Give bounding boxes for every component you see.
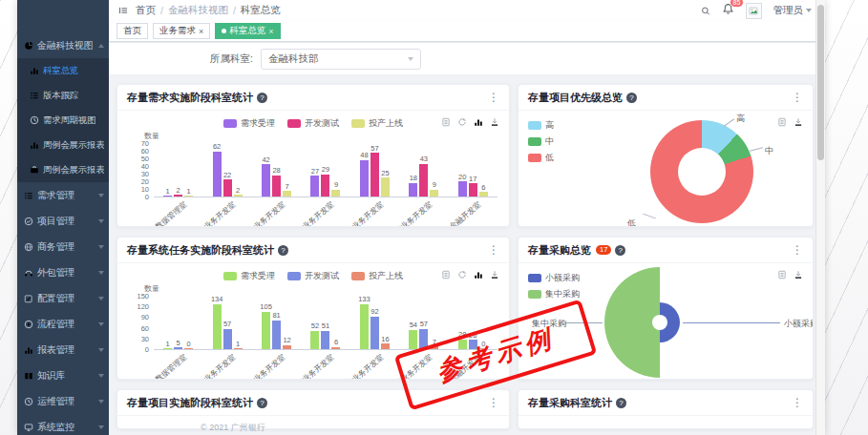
sidebar-subitem-周例会展示报表-项目[interactable]: 周例会展示报表-项目 <box>17 133 109 157</box>
scrollbar[interactable] <box>815 0 825 435</box>
card-menu-icon[interactable]: ⋮ <box>792 397 803 408</box>
data-view-icon[interactable] <box>777 269 787 280</box>
bar <box>272 321 281 349</box>
bar-wrap: 57 <box>222 296 232 349</box>
avatar[interactable] <box>746 3 762 19</box>
legend-item-高[interactable]: 高 <box>528 119 554 132</box>
legend-swatch <box>287 272 301 280</box>
notification-bell[interactable]: 85 <box>722 2 734 19</box>
data-view-icon[interactable] <box>441 116 451 128</box>
legend-item-开发测试[interactable]: 开发测试 <box>287 270 339 282</box>
sidebar-item-label: 外包管理 <box>37 266 74 280</box>
user-menu[interactable]: 管理员 <box>773 4 813 17</box>
sidebar-item-系统监控[interactable]: 系统监控 <box>17 414 109 435</box>
bar-value-label: 18 <box>410 175 417 182</box>
help-icon[interactable]: ? <box>257 398 267 408</box>
download-icon[interactable] <box>794 116 803 128</box>
card-procurement-dept-stats: 存量采购科室统计 ? ⋮ <box>518 389 814 429</box>
chevron-down-icon <box>98 271 104 275</box>
tab-首页[interactable]: 首页 <box>116 23 148 39</box>
bar <box>381 177 390 197</box>
x-axis-label: 创新业务开发室 <box>387 199 434 227</box>
bar <box>310 176 319 197</box>
sidebar-subitem-版本跟踪[interactable]: 版本跟踪 <box>17 83 109 108</box>
legend-item-需求受理[interactable]: 需求受理 <box>223 270 275 282</box>
department-select[interactable]: 金融科技部 <box>261 49 421 70</box>
bar-value-label: 27 <box>311 168 319 176</box>
card-menu-icon[interactable]: ⋮ <box>792 244 803 256</box>
card-menu-icon[interactable]: ⋮ <box>792 92 803 103</box>
bar-wrap: 28 <box>272 143 282 197</box>
legend-item-投产上线[interactable]: 投产上线 <box>351 270 403 282</box>
scrollbar-thumb[interactable] <box>817 5 824 160</box>
headset-icon <box>24 268 33 278</box>
bar-type-icon[interactable] <box>474 116 483 128</box>
close-icon[interactable]: × <box>268 27 273 36</box>
bar <box>370 153 379 197</box>
hamburger-icon[interactable] <box>118 5 128 16</box>
sidebar-item-报表管理[interactable]: 报表管理 <box>17 337 109 362</box>
help-icon[interactable]: ? <box>616 398 626 408</box>
legend-item-需求受理[interactable]: 需求受理 <box>223 117 275 130</box>
sidebar-item-项目管理[interactable]: 项目管理 <box>17 208 109 234</box>
monitor-icon <box>24 423 33 432</box>
sidebar-item-金融科技视图[interactable]: 金融科技视图 <box>17 32 109 58</box>
card-demand-stage-stats: 存量需求实施阶段科室统计 ? ⋮ 需求受理开发测试投产上线数量010203040… <box>116 84 510 227</box>
help-icon[interactable]: ? <box>278 245 288 256</box>
restore-icon[interactable] <box>457 116 467 128</box>
bar <box>310 331 319 349</box>
data-view-icon[interactable] <box>777 116 787 128</box>
bar <box>409 330 417 349</box>
download-icon[interactable] <box>794 269 803 280</box>
sidebar-subitem-需求周期视图[interactable]: 需求周期视图 <box>17 108 109 133</box>
bar-group: 150数据管理室 <box>154 296 202 349</box>
bar-type-icon[interactable] <box>474 269 483 280</box>
breadcrumb-home[interactable]: 首页 <box>136 4 156 17</box>
bar-wrap: 92 <box>370 296 379 349</box>
bar <box>360 304 369 350</box>
legend-swatch <box>528 137 541 146</box>
card-menu-icon[interactable]: ⋮ <box>488 397 499 408</box>
download-icon[interactable] <box>490 116 499 128</box>
sidebar-item-需求管理[interactable]: 需求管理 <box>17 182 109 208</box>
legend-item-低[interactable]: 低 <box>528 152 554 164</box>
help-icon[interactable]: ? <box>257 93 267 103</box>
card-menu-icon[interactable]: ⋮ <box>488 92 499 103</box>
sidebar-item-运维管理[interactable]: 运维管理 <box>17 388 109 414</box>
bar-value-label: 43 <box>420 155 428 163</box>
sidebar-menu: 金融科技视图科室总览版本跟踪需求周期视图周例会展示报表-项目周例会展示报表-采购… <box>17 32 109 435</box>
sidebar-subitem-科室总览[interactable]: 科室总览 <box>17 58 109 83</box>
legend-item-开发测试[interactable]: 开发测试 <box>287 117 339 130</box>
sidebar-item-流程管理[interactable]: 流程管理 <box>17 311 109 337</box>
sidebar-item-配置管理[interactable]: 配置管理 <box>17 285 109 311</box>
tab-label: 首页 <box>123 25 141 37</box>
restore-icon[interactable] <box>457 269 467 280</box>
close-icon[interactable]: × <box>199 27 203 36</box>
legend-item-集中采购[interactable]: 集中采购 <box>528 288 580 300</box>
download-icon[interactable] <box>490 269 499 280</box>
help-icon[interactable]: ? <box>626 93 637 103</box>
sidebar-item-商务管理[interactable]: 商务管理 <box>17 234 109 259</box>
bar <box>283 345 291 349</box>
sidebar-subitem-周例会展示报表-采购[interactable]: 周例会展示报表-采购 <box>17 157 109 182</box>
sidebar-item-外包管理[interactable]: 外包管理 <box>17 259 109 285</box>
bar <box>321 175 329 197</box>
tab-科室总览[interactable]: 科室总览× <box>215 23 280 39</box>
bar-value-label: 16 <box>381 336 389 343</box>
bar <box>213 152 222 197</box>
x-axis-label: 数据管理室 <box>153 352 189 380</box>
legend-item-中[interactable]: 中 <box>528 135 554 148</box>
sidebar-item-知识库[interactable]: 知识库 <box>17 362 109 388</box>
bar-value-label: 48 <box>360 152 368 159</box>
bar-wrap: 12 <box>283 296 292 349</box>
breadcrumb-section[interactable]: 金融科技视图 <box>168 4 228 17</box>
search-icon[interactable] <box>701 5 710 17</box>
x-axis-label: 中间业务开发室 <box>288 199 336 227</box>
legend-item-投产上线[interactable]: 投产上线 <box>351 117 403 130</box>
data-view-icon[interactable] <box>441 269 451 280</box>
legend-item-小额采购[interactable]: 小额采购 <box>528 272 580 284</box>
help-icon[interactable]: ? <box>615 245 625 256</box>
bar-group: 121数据管理室 <box>154 143 202 197</box>
tab-业务需求[interactable]: 业务需求× <box>153 23 210 39</box>
card-menu-icon[interactable]: ⋮ <box>488 244 499 256</box>
